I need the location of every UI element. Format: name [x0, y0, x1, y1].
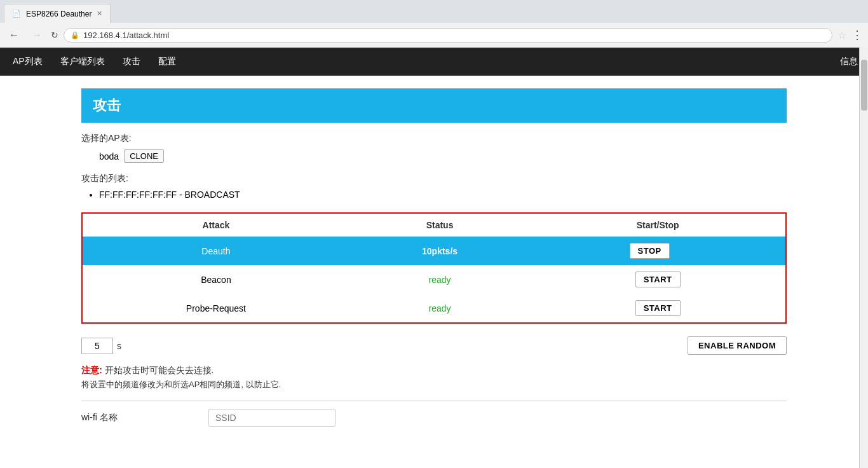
tab-close-button[interactable]: ✕	[97, 10, 102, 18]
url-text: 192.168.4.1/attack.html	[83, 31, 825, 40]
warning-text: 注意: 开始攻击时可能会失去连接.	[81, 365, 787, 376]
attack-name-beacon: Beacon	[83, 265, 349, 294]
start-button-probe[interactable]: START	[635, 300, 681, 316]
table-header-row: Attack Status Start/Stop	[83, 214, 785, 237]
main-content: 攻击 选择的AP表: boda CLONE 攻击的列表: FF:FF:FF:FF…	[69, 88, 799, 439]
attack-table-wrapper: Attack Status Start/Stop Deauth 10pkts/s…	[81, 212, 787, 324]
wifi-label: wi-fi 名称	[81, 412, 208, 423]
wifi-ssid-input[interactable]	[208, 409, 336, 427]
tab-favicon: 📄	[12, 10, 21, 18]
attack-table: Attack Status Start/Stop Deauth 10pkts/s…	[83, 214, 785, 322]
col-startstop: Start/Stop	[530, 214, 785, 237]
start-button-beacon[interactable]: START	[635, 272, 681, 287]
attack-list-label: 攻击的列表:	[81, 173, 787, 184]
enable-random-button[interactable]: ENABLE RANDOM	[688, 336, 787, 355]
nav-client-list[interactable]: 客户端列表	[58, 56, 107, 67]
time-input-group: 5 s	[81, 338, 121, 354]
browser-chrome: 📄 ESP8266 Deauther ✕ ← → ↻ 🔒 192.168.4.1…	[0, 0, 868, 48]
scroll-thumb[interactable]	[861, 60, 867, 111]
ap-name: boda	[99, 151, 119, 162]
back-button[interactable]: ←	[5, 28, 23, 42]
warning-section: 注意: 开始攻击时可能会失去连接. 将设置中的频道修改为和所选AP相同的频道, …	[81, 365, 787, 390]
bottom-controls: 5 s ENABLE RANDOM	[81, 336, 787, 355]
divider	[81, 401, 787, 401]
nav-links: AP列表 客户端列表 攻击 配置	[10, 56, 179, 67]
browser-tab[interactable]: 📄 ESP8266 Deauther ✕	[4, 4, 111, 23]
tab-bar: 📄 ESP8266 Deauther ✕	[0, 0, 868, 23]
ap-list: boda CLONE	[99, 149, 787, 163]
status-deauth: 10pkts/s	[349, 237, 530, 265]
attack-list: FF:FF:FF:FF:FF:FF - BROADCAST	[99, 189, 787, 200]
table-row-probe: Probe-Request ready START	[83, 294, 785, 322]
nav-config[interactable]: 配置	[156, 56, 179, 67]
secure-icon: 🔒	[71, 31, 79, 39]
ap-entry: boda CLONE	[99, 149, 787, 163]
selected-ap-label: 选择的AP表:	[81, 133, 787, 144]
stop-button-deauth[interactable]: STOP	[630, 243, 670, 259]
warning-label: 注意:	[81, 365, 102, 375]
col-status: Status	[349, 214, 530, 237]
col-attack: Attack	[83, 214, 349, 237]
nav-ap-list[interactable]: AP列表	[10, 56, 45, 67]
time-unit: s	[117, 341, 121, 351]
url-bar[interactable]: 🔒 192.168.4.1/attack.html	[64, 28, 832, 43]
loading-spinner	[676, 246, 686, 256]
address-bar: ← → ↻ 🔒 192.168.4.1/attack.html ☆ ⋮	[0, 23, 868, 47]
wifi-section: wi-fi 名称	[81, 409, 787, 427]
table-row-deauth: Deauth 10pkts/s STOP	[83, 237, 785, 265]
nav-attack[interactable]: 攻击	[120, 56, 143, 67]
control-beacon: START	[530, 265, 785, 294]
scrollbar[interactable]	[859, 47, 868, 439]
attack-name-deauth: Deauth	[83, 237, 349, 265]
status-probe: ready	[349, 294, 530, 322]
clone-button[interactable]: CLONE	[124, 149, 164, 163]
attack-name-probe: Probe-Request	[83, 294, 349, 322]
app-navbar: AP列表 客户端列表 攻击 配置 信息	[0, 48, 868, 76]
time-input[interactable]: 5	[81, 338, 113, 354]
nav-info[interactable]: 信息	[840, 56, 858, 67]
tab-title: ESP8266 Deauther	[26, 10, 92, 18]
reload-button[interactable]: ↻	[51, 30, 58, 40]
warning-subtext: 将设置中的频道修改为和所选AP相同的频道, 以防止它.	[81, 379, 787, 390]
warning-body: 开始攻击时可能会失去连接.	[105, 365, 214, 375]
bookmark-icon[interactable]: ☆	[837, 29, 846, 41]
table-row-beacon: Beacon ready START	[83, 265, 785, 294]
page-title: 攻击	[81, 88, 787, 123]
forward-button[interactable]: →	[28, 28, 46, 42]
control-probe: START	[530, 294, 785, 322]
attack-entry: FF:FF:FF:FF:FF:FF - BROADCAST	[99, 189, 787, 200]
status-beacon: ready	[349, 265, 530, 294]
control-deauth: STOP	[530, 237, 785, 265]
menu-icon[interactable]: ⋮	[851, 28, 863, 42]
